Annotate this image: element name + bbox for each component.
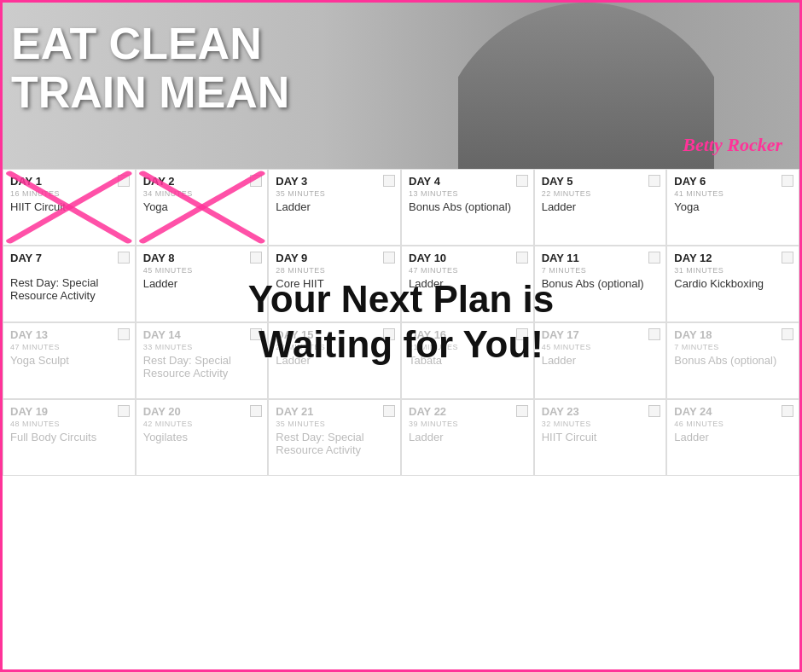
day-label: DAY 5 — [542, 175, 660, 188]
day-label: DAY 9 — [276, 252, 393, 264]
day-cell-18[interactable]: DAY 187 MINUTESBonus Abs (optional) — [666, 322, 799, 399]
workout-name: Core HIIT — [276, 277, 393, 290]
day-checkbox[interactable] — [383, 175, 395, 187]
workout-name: Yoga Sculpt — [10, 354, 128, 367]
day-cell-11[interactable]: DAY 117 MINUTESBonus Abs (optional) — [534, 246, 667, 322]
day-label: DAY 4 — [409, 175, 526, 188]
brand-logo: Betty Rocker — [683, 134, 782, 156]
minutes-label: 16 MINUTES — [10, 189, 128, 198]
day-label: DAY 3 — [276, 175, 393, 188]
minutes-label: 41 MINUTES — [674, 189, 792, 198]
workout-name: Ladder — [542, 354, 660, 367]
workout-name: Ladder — [674, 431, 792, 443]
day-cell-21[interactable]: DAY 2135 MINUTESRest Day: Special Resour… — [268, 399, 401, 476]
workout-name: HIIT Circuit — [10, 200, 128, 213]
day-checkbox[interactable] — [648, 175, 660, 187]
minutes-label: 46 MINUTES — [674, 420, 792, 428]
days-grid: DAY 116 MINUTESHIIT Circuit DAY 234 MINU… — [3, 169, 799, 476]
day-label: DAY 11 — [542, 252, 660, 264]
day-checkbox[interactable] — [250, 328, 262, 340]
workout-name: Ladder — [409, 277, 526, 290]
minutes-label: 34 MINUTES — [143, 189, 261, 198]
day-checkbox[interactable] — [782, 175, 793, 187]
day-cell-8[interactable]: DAY 845 MINUTESLadder — [136, 246, 269, 322]
minutes-label: 45 MINUTES — [143, 266, 261, 275]
day-label: DAY 18 — [674, 328, 792, 341]
day-cell-9[interactable]: DAY 928 MINUTESCore HIIT — [268, 246, 401, 322]
day-checkbox[interactable] — [250, 175, 262, 187]
workout-name: Cardio Kickboxing — [674, 277, 792, 290]
day-checkbox[interactable] — [383, 252, 395, 264]
day-cell-1[interactable]: DAY 116 MINUTESHIIT Circuit — [3, 169, 136, 246]
day-checkbox[interactable] — [383, 328, 395, 340]
header-line2: TRAIN MEAN — [11, 68, 289, 117]
workout-name: Rest Day: Special Resource Activity — [143, 354, 261, 379]
day-checkbox[interactable] — [118, 405, 130, 417]
workout-grid: DAY 116 MINUTESHIIT Circuit DAY 234 MINU… — [3, 169, 799, 476]
day-label: DAY 17 — [542, 328, 660, 341]
workout-name: Bonus Abs (optional) — [542, 277, 660, 290]
minutes-label: 33 MINUTES — [143, 343, 261, 351]
day-cell-16[interactable]: DAY 1621 MINUTESTabata — [401, 322, 534, 399]
day-cell-14[interactable]: DAY 1433 MINUTESRest Day: Special Resour… — [136, 322, 269, 399]
header-figure — [458, 3, 714, 169]
header-text-block: EAT CLEAN TRAIN MEAN — [11, 20, 289, 117]
day-checkbox[interactable] — [648, 405, 660, 417]
minutes-label: 45 MINUTES — [542, 343, 660, 351]
day-checkbox[interactable] — [118, 328, 130, 340]
day-checkbox[interactable] — [383, 405, 395, 417]
minutes-label: 28 MINUTES — [276, 343, 393, 351]
day-label: DAY 1 — [10, 175, 128, 188]
day-checkbox[interactable] — [516, 328, 528, 340]
day-checkbox[interactable] — [250, 405, 262, 417]
workout-name: HIIT Circuit — [542, 431, 660, 443]
minutes-label: 22 MINUTES — [542, 189, 660, 198]
day-cell-13[interactable]: DAY 1347 MINUTESYoga Sculpt — [3, 322, 136, 399]
minutes-label: 39 MINUTES — [409, 420, 526, 428]
day-cell-12[interactable]: DAY 1231 MINUTESCardio Kickboxing — [666, 246, 799, 322]
day-cell-7[interactable]: DAY 7Rest Day: Special Resource Activity — [3, 246, 136, 322]
day-cell-10[interactable]: DAY 1047 MINUTESLadder — [401, 246, 534, 322]
workout-name: Bonus Abs (optional) — [674, 354, 792, 367]
day-label: DAY 21 — [276, 405, 393, 418]
day-checkbox[interactable] — [648, 252, 660, 264]
day-cell-15[interactable]: DAY 1528 MINUTESLadder — [268, 322, 401, 399]
day-label: DAY 19 — [10, 405, 128, 418]
day-cell-23[interactable]: DAY 2332 MINUTESHIIT Circuit — [534, 399, 667, 476]
workout-name: Ladder — [276, 354, 393, 367]
minutes-label: 42 MINUTES — [143, 420, 261, 428]
workout-name: Ladder — [143, 277, 261, 290]
day-cell-24[interactable]: DAY 2446 MINUTESLadder — [666, 399, 799, 476]
day-checkbox[interactable] — [118, 175, 130, 187]
day-checkbox[interactable] — [782, 328, 793, 340]
day-label: DAY 2 — [143, 175, 261, 188]
day-cell-4[interactable]: DAY 413 MINUTESBonus Abs (optional) — [401, 169, 534, 246]
day-cell-19[interactable]: DAY 1948 MINUTESFull Body Circuits — [3, 399, 136, 476]
day-cell-22[interactable]: DAY 2239 MINUTESLadder — [401, 399, 534, 476]
workout-name: Yogilates — [143, 431, 261, 443]
day-label: DAY 20 — [143, 405, 261, 418]
day-cell-5[interactable]: DAY 522 MINUTESLadder — [534, 169, 667, 246]
day-label: DAY 7 — [10, 252, 128, 264]
day-checkbox[interactable] — [516, 175, 528, 187]
day-label: DAY 15 — [276, 328, 393, 341]
minutes-label: 7 MINUTES — [674, 343, 792, 351]
day-label: DAY 23 — [542, 405, 660, 418]
day-checkbox[interactable] — [648, 328, 660, 340]
day-checkbox[interactable] — [782, 405, 793, 417]
day-cell-3[interactable]: DAY 335 MINUTESLadder — [268, 169, 401, 246]
day-label: DAY 6 — [674, 175, 792, 188]
day-cell-2[interactable]: DAY 234 MINUTESYoga — [136, 169, 269, 246]
day-checkbox[interactable] — [250, 252, 262, 264]
day-cell-20[interactable]: DAY 2042 MINUTESYogilates — [136, 399, 269, 476]
day-checkbox[interactable] — [118, 252, 130, 264]
day-cell-17[interactable]: DAY 1745 MINUTESLadder — [534, 322, 667, 399]
day-checkbox[interactable] — [782, 252, 793, 264]
day-cell-6[interactable]: DAY 641 MINUTESYoga — [666, 169, 799, 246]
day-label: DAY 22 — [409, 405, 526, 418]
day-checkbox[interactable] — [516, 252, 528, 264]
workout-name: Ladder — [409, 431, 526, 443]
day-label: DAY 24 — [674, 405, 792, 418]
day-label: DAY 8 — [143, 252, 261, 264]
day-checkbox[interactable] — [516, 405, 528, 417]
